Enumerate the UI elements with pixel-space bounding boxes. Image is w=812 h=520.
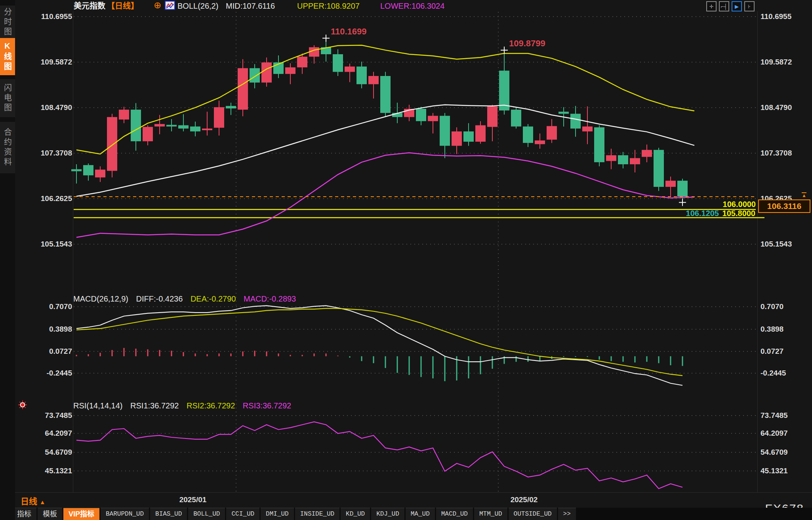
candle-body xyxy=(654,150,664,187)
peak-marker-icon xyxy=(501,47,508,54)
candle-body xyxy=(440,116,450,146)
tab-MACD_UD[interactable]: MACD_UD xyxy=(436,508,473,520)
move-crosshair-icon[interactable]: ✛ xyxy=(706,1,717,11)
tab-DMI_UD[interactable]: DMI_UD xyxy=(261,508,294,520)
x-axis-month-label: 2025/01 xyxy=(179,495,207,504)
alert-price-label-1058: 105.8000 xyxy=(710,209,755,218)
candle-body xyxy=(380,76,391,113)
macd-hist-bar xyxy=(254,351,255,356)
sidebar: 分时图K线图闪电图合约资料 xyxy=(0,0,15,520)
macd-header: MACD(26,12,9) DIFF:-0.4236 DEA:-0.2790 M… xyxy=(73,294,301,304)
boll-upper-value: UPPER:108.9207 xyxy=(297,1,360,11)
candle-body xyxy=(642,150,652,157)
sidebar-item-3[interactable]: 闪电图 xyxy=(0,79,15,117)
mini-chart-icon[interactable] xyxy=(165,1,175,12)
sidebar-item-4[interactable]: 合约资料 xyxy=(0,122,15,173)
axis-label-right: 109.5872 xyxy=(761,58,792,66)
macd-hist-bar xyxy=(337,355,339,356)
sidebar-item-1[interactable]: 分时图 xyxy=(0,6,15,39)
candle-body xyxy=(416,109,426,121)
period-tag[interactable]: 【日线】 xyxy=(107,1,139,11)
macd-hist-bar xyxy=(539,356,541,361)
live-indicator-icon xyxy=(18,400,27,409)
add-overlay-icon[interactable]: ⊕ xyxy=(154,0,161,10)
macd-hist-bar xyxy=(207,354,208,356)
tab-[interactable]: 模板 xyxy=(38,508,62,520)
tab-MA_UD[interactable]: MA_UD xyxy=(406,508,435,520)
chart-canvas[interactable]: 110.1699109.8799 xyxy=(0,0,812,520)
axis-label-left: 107.3708 xyxy=(17,149,72,158)
axis-chart-icon[interactable]: ⌐┤ xyxy=(719,1,729,11)
tab-INSIDE_UD[interactable]: INSIDE_UD xyxy=(295,508,339,520)
candle-body xyxy=(131,110,141,141)
axis-label-left: 0.7070 xyxy=(17,302,72,311)
period-selector[interactable]: 日线 ▲ xyxy=(21,495,46,507)
candle-body xyxy=(558,112,569,114)
macd-hist-bar xyxy=(528,356,529,362)
candle-body xyxy=(71,169,82,171)
axis-shift-icon[interactable]: ⊦ xyxy=(744,1,755,11)
macd-hist-bar xyxy=(385,356,386,368)
macd-diff-value: DIFF:-0.4236 xyxy=(136,294,183,303)
candle-body xyxy=(95,170,105,178)
macd-hist-bar xyxy=(480,356,481,374)
macd-hist-bar xyxy=(135,349,137,356)
macd-hist-bar xyxy=(444,356,446,381)
tab-BIAS_UD[interactable]: BIAS_UD xyxy=(150,508,187,520)
macd-hist-bar xyxy=(373,356,374,363)
tab-[interactable]: >> xyxy=(558,508,576,520)
macd-hist-bar xyxy=(563,356,564,357)
tab-[interactable]: 指标 xyxy=(12,508,36,520)
axis-label-right: 105.1543 xyxy=(761,240,792,249)
candle-body xyxy=(250,68,260,82)
macd-hist-bar xyxy=(314,353,315,356)
candle-body xyxy=(356,66,367,84)
macd-hist-bar xyxy=(171,351,172,356)
sidebar-item-2[interactable]: K线图 xyxy=(0,38,15,75)
axis-label-left: 45.1321 xyxy=(17,467,72,475)
candle-body xyxy=(594,127,604,162)
candle-body xyxy=(368,76,379,84)
macd-hist-bar xyxy=(278,353,279,356)
tab-OUTSIDE_UD[interactable]: OUTSIDE_UD xyxy=(509,508,557,520)
axis-label-left: 0.3898 xyxy=(17,325,72,334)
axis-label-right: 0.3898 xyxy=(761,325,783,334)
macd-hist-bar xyxy=(231,353,232,356)
macd-hist-bar xyxy=(349,356,351,357)
macd-hist-bar xyxy=(658,356,660,363)
macd-hist-bar xyxy=(670,356,671,365)
caret-up-icon: ▲ xyxy=(40,499,46,505)
macd-hist-bar xyxy=(516,356,517,362)
peak-marker-icon xyxy=(322,35,330,42)
trading-app: 110.1699109.8799 分时图K线图闪电图合约资料 美元指数 【日线】… xyxy=(0,0,812,520)
axis-label-left: 106.2625 xyxy=(17,194,72,203)
alert-price-label-106: 106.0000 xyxy=(700,200,756,209)
tab-KD_UD[interactable]: KD_UD xyxy=(341,508,370,520)
candle-body xyxy=(333,54,343,72)
axis-label-right: 107.3708 xyxy=(761,149,792,158)
tab-KDJ_UD[interactable]: KDJ_UD xyxy=(371,508,404,520)
axis-label-right: 0.7070 xyxy=(761,302,783,311)
tab-BARUPDN_UD[interactable]: BARUPDN_UD xyxy=(101,508,149,520)
macd-hist-bar xyxy=(290,355,291,356)
tab-MTM_UD[interactable]: MTM_UD xyxy=(474,508,507,520)
axis-label-left: 0.0727 xyxy=(17,347,72,356)
jump-to-latest-icon[interactable]: ▲ xyxy=(802,192,806,197)
candle-body xyxy=(535,140,545,144)
candle-body xyxy=(202,129,212,130)
candle-body xyxy=(261,63,272,83)
axis-label-left: 105.1543 xyxy=(17,240,72,249)
axis-label-left: 109.5872 xyxy=(17,58,72,66)
tab-BOLL_UD[interactable]: BOLL_UD xyxy=(188,508,225,520)
symbol-title: 美元指数 xyxy=(74,1,105,11)
peak-marker-icon xyxy=(679,199,686,206)
rsi-header: RSI(14,14,14) RSI1:36.7292 RSI2:36.7292 … xyxy=(73,401,297,410)
tab-CCI_UD[interactable]: CCI_UD xyxy=(226,508,259,520)
candle-body xyxy=(83,165,93,175)
x-axis-month-label: 2025/02 xyxy=(511,495,538,504)
axis-play-icon[interactable]: ▶ xyxy=(732,1,742,11)
boll_lower-line xyxy=(76,153,694,237)
axis-label-right: -0.2445 xyxy=(761,369,786,378)
macd-hist-bar xyxy=(575,356,576,357)
tab-VIP[interactable]: VIP指标 xyxy=(63,508,99,520)
